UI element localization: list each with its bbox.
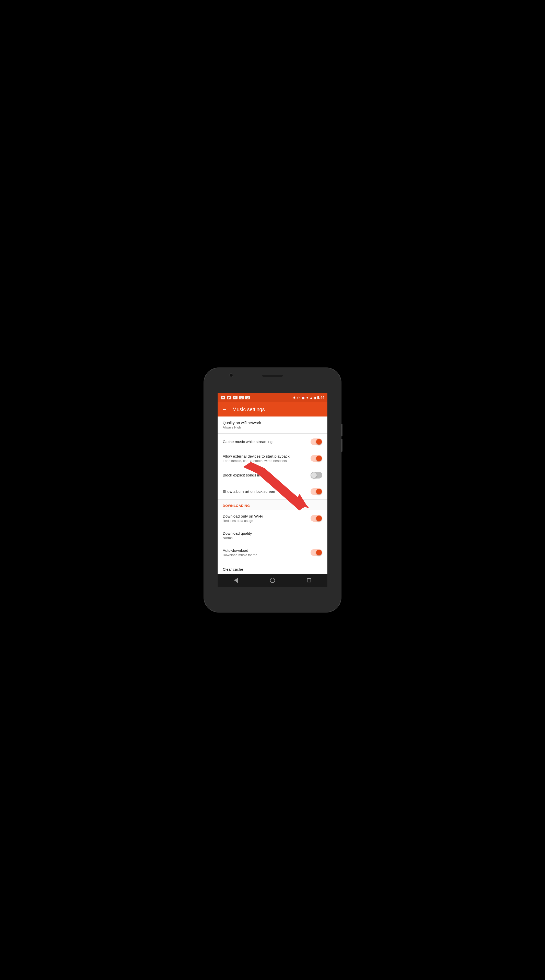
system-icons: ✱ ⊖ ⏰ ▾ ▲ ▮ 5:44 [293, 396, 324, 400]
nav-home-icon [270, 578, 275, 583]
downloading-section-header: DOWNLOADING [218, 500, 327, 510]
album-art-title: Show album art on lock screen [223, 489, 311, 493]
camera [229, 373, 233, 377]
download-wifi-toggle-knob [316, 515, 322, 521]
nav-back-icon [234, 578, 238, 583]
cache-music-title: Cache music while streaming [223, 439, 311, 444]
block-explicit-title: Block explicit songs in radio [223, 473, 311, 477]
settings-item-external-devices[interactable]: Allow external devices to start playback… [218, 450, 327, 467]
wave-icon: ∿ [233, 396, 237, 399]
download-wifi-toggle[interactable] [311, 515, 322, 522]
external-devices-title: Allow external devices to start playback [223, 454, 311, 458]
settings-item-auto-download[interactable]: Auto-download Download music for me [218, 544, 327, 561]
clear-cache-title: Clear cache [223, 567, 322, 571]
external-devices-toggle-knob [316, 455, 322, 461]
auto-download-subtitle: Download music for me [223, 553, 311, 557]
time-display: 5:44 [317, 396, 324, 400]
instagram-icon: ◻ [239, 396, 244, 399]
battery-icon: ▮ [314, 396, 316, 400]
cache-music-toggle-knob [316, 439, 322, 445]
nav-recent-icon [307, 578, 311, 582]
settings-item-download-quality[interactable]: Download quality Normal [218, 527, 327, 544]
album-art-toggle[interactable] [311, 488, 322, 495]
instagram2-icon: ◻ [245, 396, 250, 399]
speaker [262, 375, 283, 377]
download-wifi-subtitle: Reduces data usage [223, 519, 311, 523]
nav-bar [218, 574, 327, 587]
gmail-icon: M [221, 396, 225, 399]
volume-up-button[interactable] [341, 424, 343, 436]
dnd-icon: ⊖ [297, 396, 300, 400]
settings-item-download-wifi[interactable]: Download only on Wi-Fi Reduces data usag… [218, 510, 327, 527]
settings-item-wifi-quality[interactable]: Quality on wifi network Always High [218, 417, 327, 434]
cache-music-toggle[interactable] [311, 438, 322, 445]
block-explicit-toggle-knob [311, 473, 317, 478]
signal-icon: ▲ [309, 396, 313, 400]
alarm-icon: ⏰ [301, 396, 305, 400]
downloading-label: DOWNLOADING [223, 504, 322, 508]
youtube-icon: ▶ [227, 396, 231, 399]
block-explicit-toggle[interactable] [311, 472, 322, 479]
page-title: Music settings [233, 407, 265, 412]
nav-back-button[interactable] [231, 575, 241, 585]
external-devices-subtitle: For example, car Bluetooth, wired headse… [223, 459, 311, 463]
download-wifi-title: Download only on Wi-Fi [223, 514, 311, 518]
volume-down-button[interactable] [341, 439, 343, 452]
settings-item-block-explicit[interactable]: Block explicit songs in radio [218, 467, 327, 484]
phone-screen: M ▶ ∿ ◻ ◻ ✱ ⊖ ⏰ ▾ ▲ ▮ 5:44 ← Music setti… [218, 393, 327, 587]
wifi-quality-title: Quality on wifi network [223, 421, 322, 425]
album-art-toggle-knob [316, 489, 322, 494]
settings-item-album-art[interactable]: Show album art on lock screen [218, 484, 327, 500]
wifi-icon: ▾ [306, 396, 308, 400]
nav-recent-button[interactable] [304, 575, 314, 585]
download-quality-title: Download quality [223, 531, 322, 535]
auto-download-title: Auto-download [223, 548, 311, 552]
settings-item-clear-cache[interactable]: Clear cache [218, 561, 327, 574]
settings-item-cache-music[interactable]: Cache music while streaming [218, 434, 327, 450]
settings-content: Quality on wifi network Always High Cach… [218, 417, 327, 574]
status-bar: M ▶ ∿ ◻ ◻ ✱ ⊖ ⏰ ▾ ▲ ▮ 5:44 [218, 393, 327, 402]
download-quality-subtitle: Normal [223, 536, 322, 540]
back-button[interactable]: ← [222, 406, 227, 413]
toolbar: ← Music settings [218, 402, 327, 417]
bluetooth-icon: ✱ [293, 396, 296, 400]
auto-download-toggle-knob [316, 550, 322, 555]
nav-home-button[interactable] [268, 575, 277, 585]
wifi-quality-subtitle: Always High [223, 425, 322, 429]
notification-icons: M ▶ ∿ ◻ ◻ [221, 396, 250, 399]
auto-download-toggle[interactable] [311, 549, 322, 556]
phone-frame: M ▶ ∿ ◻ ◻ ✱ ⊖ ⏰ ▾ ▲ ▮ 5:44 ← Music setti… [204, 368, 341, 612]
external-devices-toggle[interactable] [311, 455, 322, 462]
